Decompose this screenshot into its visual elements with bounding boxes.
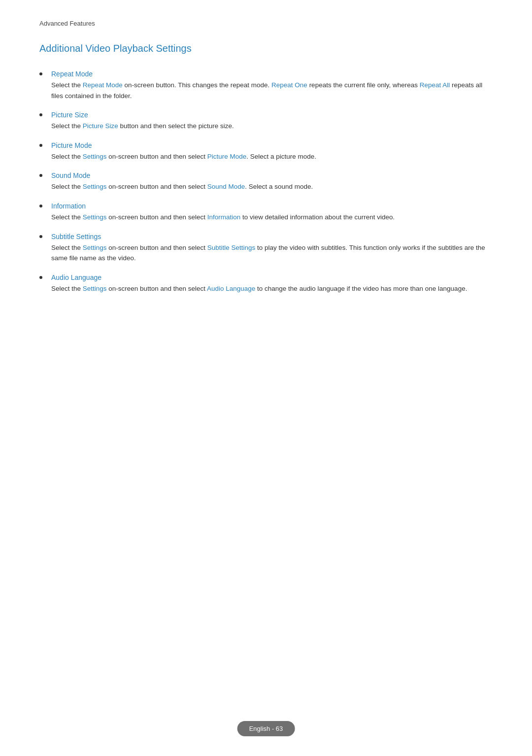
bullet-item-picture-mode: Picture ModeSelect the Settings on-scree… bbox=[39, 141, 493, 162]
bullet-item-audio-language: Audio LanguageSelect the Settings on-scr… bbox=[39, 274, 493, 294]
link-text[interactable]: Settings bbox=[83, 153, 107, 160]
bullet-description-picture-mode: Select the Settings on-screen button and… bbox=[39, 151, 493, 162]
link-text[interactable]: Information bbox=[207, 213, 241, 221]
bullet-dot bbox=[39, 276, 42, 279]
bullet-title-picture-size[interactable]: Picture Size bbox=[51, 111, 88, 119]
bullet-description-repeat-mode: Select the Repeat Mode on-screen button.… bbox=[39, 80, 493, 101]
link-text[interactable]: Picture Size bbox=[83, 122, 118, 130]
bullet-description-picture-size: Select the Picture Size button and then … bbox=[39, 121, 493, 132]
link-text[interactable]: Settings bbox=[83, 285, 107, 292]
bullet-dot bbox=[39, 72, 42, 75]
bullet-title-sound-mode[interactable]: Sound Mode bbox=[51, 172, 90, 179]
bullet-dot bbox=[39, 235, 42, 238]
bullet-item-subtitle-settings: Subtitle SettingsSelect the Settings on-… bbox=[39, 233, 493, 264]
link-text[interactable]: Repeat Mode bbox=[83, 81, 123, 89]
link-text[interactable]: Settings bbox=[83, 244, 107, 251]
link-text[interactable]: Repeat One bbox=[271, 81, 307, 89]
bullet-dot bbox=[39, 174, 42, 177]
link-text[interactable]: Picture Mode bbox=[207, 153, 247, 160]
section-title: Additional Video Playback Settings bbox=[39, 43, 493, 56]
bullet-title-subtitle-settings[interactable]: Subtitle Settings bbox=[51, 233, 101, 241]
bullet-dot bbox=[39, 205, 42, 207]
link-text[interactable]: Settings bbox=[83, 183, 107, 190]
link-text[interactable]: Settings bbox=[83, 213, 107, 221]
link-text[interactable]: Sound Mode bbox=[207, 183, 245, 190]
bullet-title-repeat-mode[interactable]: Repeat Mode bbox=[51, 70, 93, 78]
bullet-description-information: Select the Settings on-screen button and… bbox=[39, 212, 493, 223]
bullet-description-sound-mode: Select the Settings on-screen button and… bbox=[39, 181, 493, 192]
bullet-title-picture-mode[interactable]: Picture Mode bbox=[51, 141, 92, 149]
bullet-description-audio-language: Select the Settings on-screen button and… bbox=[39, 283, 493, 294]
link-text[interactable]: Subtitle Settings bbox=[207, 244, 256, 251]
bullet-item-sound-mode: Sound ModeSelect the Settings on-screen … bbox=[39, 172, 493, 192]
section-header: Advanced Features bbox=[39, 20, 493, 31]
bullet-title-audio-language[interactable]: Audio Language bbox=[51, 274, 101, 281]
link-text[interactable]: Audio Language bbox=[207, 285, 255, 292]
bullet-dot bbox=[39, 113, 42, 116]
bullet-item-picture-size: Picture SizeSelect the Picture Size butt… bbox=[39, 111, 493, 132]
bullet-item-repeat-mode: Repeat ModeSelect the Repeat Mode on-scr… bbox=[39, 70, 493, 101]
page-container: Advanced Features Additional Video Playb… bbox=[0, 0, 532, 353]
bullet-item-information: InformationSelect the Settings on-screen… bbox=[39, 202, 493, 223]
bullet-description-subtitle-settings: Select the Settings on-screen button and… bbox=[39, 242, 493, 264]
link-text[interactable]: Repeat All bbox=[420, 81, 450, 89]
footer-badge: English - 63 bbox=[237, 721, 295, 736]
bullet-dot bbox=[39, 144, 42, 147]
bullet-list: Repeat ModeSelect the Repeat Mode on-scr… bbox=[39, 70, 493, 294]
bullet-title-information[interactable]: Information bbox=[51, 202, 86, 210]
